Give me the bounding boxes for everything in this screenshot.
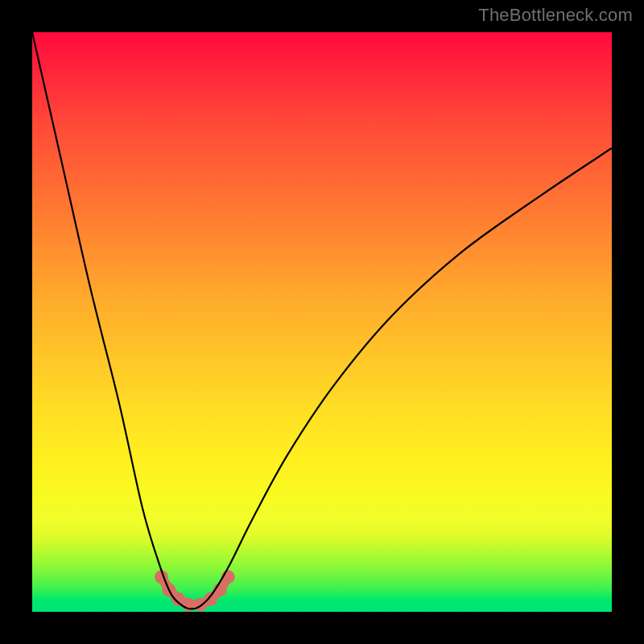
bottleneck-curve-line bbox=[32, 32, 612, 609]
watermark-text: TheBottleneck.com bbox=[478, 5, 633, 26]
plot-area bbox=[32, 32, 612, 612]
chart-frame: TheBottleneck.com bbox=[0, 0, 644, 644]
chart-svg bbox=[32, 32, 612, 612]
